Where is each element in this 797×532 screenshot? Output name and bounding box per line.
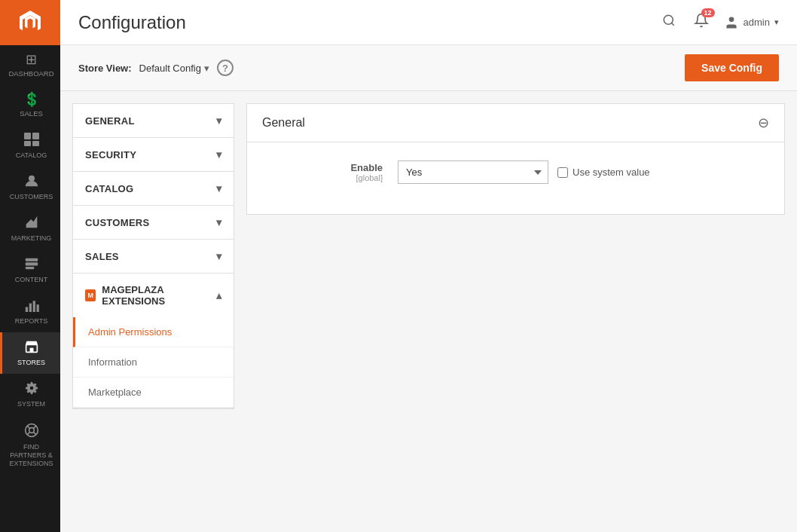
left-nav-catalog[interactable]: CATALOG ▾ (73, 172, 234, 206)
svg-line-16 (27, 426, 30, 429)
left-nav-customers[interactable]: CUSTOMERS ▾ (73, 206, 234, 240)
svg-line-21 (671, 23, 673, 25)
ext-sub-items: Admin Permissions Information Marketplac… (73, 317, 234, 408)
sidebar-item-label: CATALOG (16, 151, 47, 159)
svg-rect-5 (25, 258, 37, 261)
magento-logo[interactable] (0, 0, 60, 45)
search-button[interactable] (659, 11, 679, 34)
help-icon[interactable]: ? (217, 60, 234, 76)
sub-item-admin-permissions-label: Admin Permissions (88, 326, 172, 338)
left-nav-catalog-chevron: ▾ (216, 182, 221, 194)
sidebar-item-system[interactable]: SYSTEM (0, 374, 60, 415)
svg-rect-7 (25, 267, 33, 269)
sidebar-item-label: SYSTEM (17, 400, 45, 408)
field-row-enable: Enable [global] Yes No Use system value (262, 161, 769, 184)
search-icon (662, 14, 676, 27)
ext-header-left: M MAGEPLAZA EXTENSIONS (85, 284, 216, 307)
customers-icon (24, 174, 39, 190)
ext-label: MAGEPLAZA EXTENSIONS (102, 284, 216, 307)
sidebar-item-label: FIND PARTNERS & EXTENSIONS (5, 443, 57, 467)
magento-logo-icon (17, 9, 44, 36)
sidebar-item-label: MARKETING (11, 234, 52, 242)
sidebar-item-dashboard[interactable]: ⊞ DASHBOARD (0, 45, 60, 85)
svg-rect-0 (24, 133, 31, 139)
sidebar-item-label: REPORTS (15, 317, 47, 325)
dashboard-icon: ⊞ (26, 53, 37, 66)
svg-rect-6 (25, 262, 37, 265)
sidebar-item-label: CONTENT (15, 276, 48, 283)
left-nav-customers-chevron: ▾ (216, 216, 221, 228)
sidebar-item-find-partners[interactable]: FIND PARTNERS & EXTENSIONS (0, 415, 60, 475)
svg-rect-11 (36, 304, 38, 312)
top-header: Configuration 12 admin ▾ (60, 0, 797, 45)
admin-menu-button[interactable]: admin ▾ (724, 15, 779, 30)
ext-chevron-icon: ▴ (216, 289, 221, 301)
left-nav-sales[interactable]: SALES ▾ (73, 240, 234, 274)
sidebar-item-reports[interactable]: REPORTS (0, 291, 60, 332)
enable-label-text: Enable (262, 162, 383, 173)
page-title: Configuration (78, 12, 186, 33)
svg-rect-13 (29, 348, 33, 353)
store-view-chevron-icon: ▾ (204, 63, 209, 74)
left-nav-extensions: M MAGEPLAZA EXTENSIONS ▴ Admin Permissio… (73, 274, 234, 408)
use-system-checkbox[interactable] (557, 167, 568, 178)
reports-icon (24, 298, 39, 314)
enable-field-wrap: Yes No Use system value (398, 161, 650, 184)
left-nav-security[interactable]: SECURITY ▾ (73, 138, 234, 172)
svg-rect-8 (25, 307, 27, 312)
system-icon (24, 381, 39, 397)
svg-rect-3 (32, 141, 39, 146)
sub-item-information-label: Information (88, 356, 137, 368)
user-icon (724, 15, 739, 30)
sidebar-item-catalog[interactable]: CATALOG (0, 125, 60, 167)
sidebar-item-content[interactable]: CONTENT (0, 249, 60, 291)
left-nav-security-chevron: ▾ (216, 148, 221, 161)
use-system-label[interactable]: Use system value (557, 167, 650, 178)
sidebar-item-label: STORES (17, 359, 45, 366)
left-nav-ext-header[interactable]: M MAGEPLAZA EXTENSIONS ▴ (73, 274, 234, 317)
svg-line-19 (27, 432, 30, 435)
catalog-icon (24, 133, 39, 148)
store-view-selected: Default Config (139, 63, 201, 74)
svg-point-4 (28, 176, 34, 182)
svg-point-15 (29, 428, 34, 433)
left-nav: GENERAL ▾ SECURITY ▾ CATALOG ▾ CUSTOMERS… (72, 103, 234, 409)
find-partners-icon (24, 423, 39, 440)
content-area: GENERAL ▾ SECURITY ▾ CATALOG ▾ CUSTOMERS… (60, 91, 797, 532)
store-view-bar: Store View: Default Config ▾ ? Save Conf… (60, 45, 797, 91)
notification-badge: 12 (701, 8, 715, 17)
left-nav-general-label: GENERAL (85, 115, 135, 127)
content-icon (24, 257, 39, 273)
left-nav-catalog-label: CATALOG (85, 183, 133, 194)
panel-header: General ⊖ (247, 104, 784, 142)
notification-button[interactable]: 12 (691, 10, 712, 35)
stores-icon (24, 340, 39, 356)
sidebar-item-label: DASHBOARD (8, 69, 53, 78)
sub-item-information[interactable]: Information (73, 347, 234, 378)
main-panel: General ⊖ Enable [global] Yes No (246, 103, 785, 215)
sidebar-item-marketing[interactable]: MARKETING (0, 208, 60, 249)
sidebar-item-label: SALES (20, 109, 43, 118)
panel-toggle-button[interactable]: ⊖ (758, 115, 769, 131)
sub-item-marketplace-label: Marketplace (88, 387, 142, 398)
sidebar-item-stores[interactable]: STORES (0, 332, 60, 374)
svg-line-17 (33, 432, 36, 435)
left-nav-general[interactable]: GENERAL ▾ (73, 104, 234, 138)
sidebar-item-sales[interactable]: 💲 SALES (0, 85, 60, 125)
svg-rect-9 (29, 304, 31, 312)
enable-select[interactable]: Yes No (398, 161, 548, 184)
sub-item-admin-permissions[interactable]: Admin Permissions (73, 317, 234, 347)
store-view-select[interactable]: Default Config ▾ (139, 63, 209, 74)
sidebar-item-customers[interactable]: CUSTOMERS (0, 167, 60, 208)
left-nav-general-chevron: ▾ (216, 115, 221, 127)
sub-item-marketplace[interactable]: Marketplace (73, 378, 234, 408)
panel-body: Enable [global] Yes No Use system value (247, 142, 784, 214)
svg-rect-2 (24, 141, 31, 146)
store-view-label: Store View: (78, 63, 132, 74)
mageplaza-icon: M (85, 289, 96, 301)
left-nav-customers-label: CUSTOMERS (85, 217, 150, 228)
svg-rect-10 (32, 301, 35, 312)
sidebar-item-label: CUSTOMERS (10, 193, 53, 200)
marketing-icon (24, 216, 39, 231)
save-config-button[interactable]: Save Config (685, 54, 779, 81)
